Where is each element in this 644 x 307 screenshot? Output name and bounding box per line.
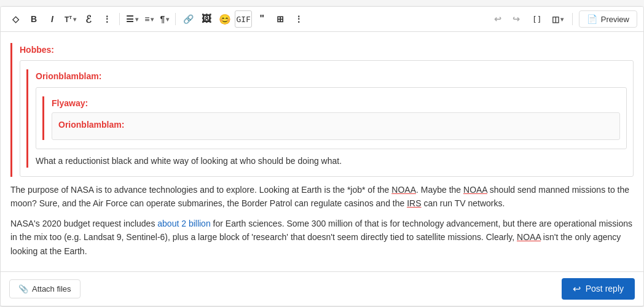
post-reply-button[interactable]: ↩ Post reply <box>562 278 635 300</box>
undo-redo-group: ↩ ↪ <box>489 10 525 28</box>
preview-button[interactable]: 📄 Preview <box>579 10 637 28</box>
align-button[interactable]: ≡▾ <box>142 10 156 28</box>
flyaway-quote-box: Flyaway: Orionblamblam: <box>36 87 627 149</box>
more-text-button[interactable]: ⋮ <box>98 10 116 28</box>
editor-footer: 📎 Attach files ↩ Post reply <box>1 271 643 306</box>
toolbar-left: ◇ B I TT ▾ ℰ ⋮ ☰▾ ≡▾ ¶ <box>7 10 488 28</box>
quote-button[interactable]: " <box>253 10 270 28</box>
table-button[interactable]: ⊞ <box>272 10 289 28</box>
editor-content[interactable]: Hobbes: Orionblamblam: Flyaway: Orionbla… <box>1 32 643 271</box>
preview-icon: 📄 <box>587 14 597 24</box>
redo-button[interactable]: ↪ <box>508 10 525 28</box>
separator-1 <box>119 13 120 25</box>
paperclip-icon: 📎 <box>18 284 28 293</box>
orion1-reply-text: What a reductionist black and white way … <box>36 154 627 168</box>
emoji-button[interactable]: 😊 <box>216 10 234 28</box>
hobbes-author: Hobbes: <box>20 43 634 56</box>
view-source-button[interactable]: ◫▾ <box>549 10 566 28</box>
mention-button[interactable]: ℰ <box>80 10 97 28</box>
flyaway-author: Flyaway: <box>52 96 620 110</box>
link-button[interactable]: 🔗 <box>179 10 197 28</box>
brackets-button[interactable]: [] <box>528 10 546 28</box>
paragraph-button[interactable]: ¶▾ <box>157 10 171 28</box>
noaa-ref-2: NOAA <box>463 185 487 195</box>
para1-mid: . Maybe the <box>416 185 463 195</box>
orion1-author: Orionblamblam: <box>36 69 627 83</box>
attach-label: Attach files <box>32 284 71 293</box>
attach-files-button[interactable]: 📎 Attach files <box>9 279 80 298</box>
paragraph-1: The purpose of NASA is to advance techno… <box>10 183 634 211</box>
toolbar: ◇ B I TT ▾ ℰ ⋮ ☰▾ ≡▾ ¶ <box>1 7 643 32</box>
orion2-quote-box: Orionblamblam: <box>52 112 620 139</box>
list-button[interactable]: ☰▾ <box>124 10 141 28</box>
post-reply-label: Post reply <box>586 284 624 293</box>
para2-link[interactable]: about 2 billion <box>157 219 210 228</box>
separator-3 <box>572 13 573 25</box>
noaa-ref-1: NOAA <box>391 185 416 195</box>
orion2-author: Orionblamblam: <box>58 118 613 131</box>
separator-2 <box>175 13 176 25</box>
more-options-button[interactable]: ⋮ <box>290 10 307 28</box>
reply-icon: ↩ <box>573 283 581 295</box>
image-button[interactable]: 🖼 <box>198 10 215 28</box>
eraser-button[interactable]: ◇ <box>7 10 24 28</box>
bold-button[interactable]: B <box>25 10 42 28</box>
orion1-quote-block: Orionblamblam: Flyaway: Orionblamblam: W… <box>26 69 627 168</box>
flyaway-quote-block: Flyaway: Orionblamblam: <box>42 96 620 140</box>
irs-ref: IRS <box>407 198 421 208</box>
editor-container: ◇ B I TT ▾ ℰ ⋮ ☰▾ ≡▾ ¶ <box>0 6 644 306</box>
orion1-quote-box: Orionblamblam: Flyaway: Orionblamblam: W… <box>20 60 634 177</box>
noaa-ref-3: NOAA <box>517 232 541 242</box>
toolbar-right: ↩ ↪ [] ◫▾ 📄 Preview <box>489 10 637 28</box>
preview-label: Preview <box>601 15 629 24</box>
para1-start: The purpose of NASA is to advance techno… <box>10 185 391 195</box>
paragraph-2: NASA's 2020 budget request includes abou… <box>10 217 634 258</box>
text-size-button[interactable]: TT ▾ <box>62 10 79 28</box>
media-button[interactable]: GIF <box>235 10 252 28</box>
italic-button[interactable]: I <box>44 10 61 28</box>
hobbes-quote-block: Hobbes: Orionblamblam: Flyaway: Orionbla… <box>10 43 634 177</box>
para1-final: can run TV networks. <box>422 198 505 208</box>
para2-start: NASA's 2020 budget request includes <box>10 219 157 228</box>
undo-button[interactable]: ↩ <box>489 10 506 28</box>
